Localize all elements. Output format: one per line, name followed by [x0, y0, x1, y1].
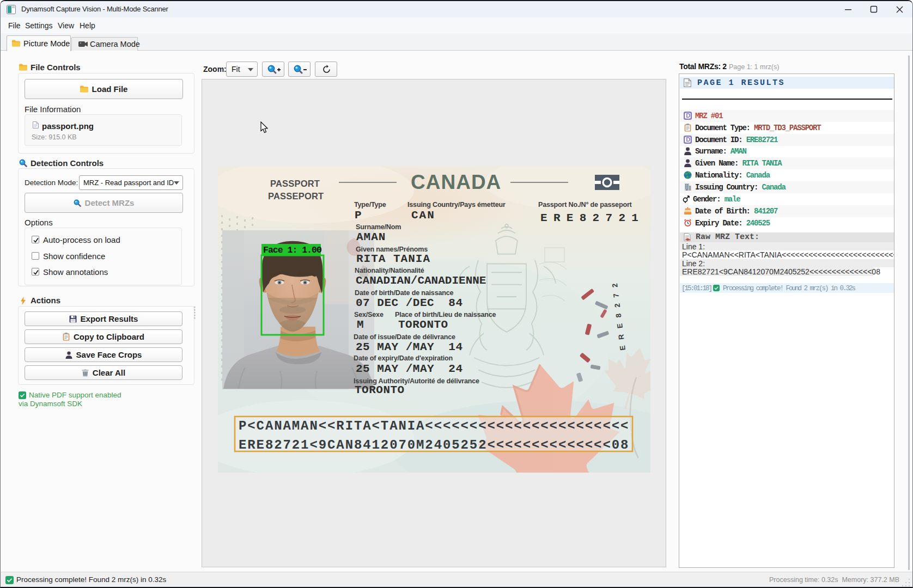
- svg-text:PASSEPORT: PASSEPORT: [268, 191, 324, 201]
- svg-text:Surname/Nom: Surname/Nom: [356, 223, 401, 231]
- svg-text:Place of birth/Lieu de naissan: Place of birth/Lieu de naissance: [395, 311, 496, 318]
- svg-text:M: M: [357, 318, 364, 331]
- svg-text:ERE82721<9CAN8412070M2405252<<: ERE82721<9CAN8412070M2405252<<<<<<<<<<<<…: [239, 438, 629, 452]
- svg-text:Sex/Sexe: Sex/Sexe: [354, 311, 384, 318]
- svg-text:Issuing Country/Pays émetteur: Issuing Country/Pays émetteur: [407, 201, 506, 209]
- svg-text:P: P: [355, 209, 362, 222]
- svg-text:Face 1: 1.00: Face 1: 1.00: [263, 245, 321, 255]
- svg-text:TORONTO: TORONTO: [355, 384, 405, 396]
- svg-text:CAN: CAN: [411, 209, 435, 222]
- svg-text:25 MAY /MAY 14: 25 MAY /MAY 14: [356, 341, 463, 353]
- svg-text:07 DEC /DEC 84: 07 DEC /DEC 84: [356, 297, 463, 309]
- svg-text:P<CANAMAN<<RITA<TANIA<<<<<<<<<: P<CANAMAN<<RITA<TANIA<<<<<<<<<<<<<<<<<<<…: [239, 419, 629, 433]
- svg-text:RITA TANIA: RITA TANIA: [356, 253, 430, 265]
- svg-text:CANADIAN/CANADIENNE: CANADIAN/CANADIENNE: [356, 274, 486, 287]
- svg-text:Given names/Prénoms: Given names/Prénoms: [356, 246, 428, 253]
- svg-text:PASSPORT: PASSPORT: [270, 179, 320, 188]
- svg-text:AMAN: AMAN: [356, 231, 386, 243]
- svg-text:Date of expiry/Date d'expirati: Date of expiry/Date d'expiration: [354, 354, 453, 362]
- svg-text:TORONTO: TORONTO: [398, 318, 448, 331]
- svg-text:Passport No./N° de passeport: Passport No./N° de passeport: [538, 201, 632, 209]
- svg-text:ERE82721: ERE82721: [540, 212, 644, 224]
- svg-text:Date of issue/Date de délivran: Date of issue/Date de délivrance: [354, 333, 455, 341]
- svg-text:Type/Type: Type/Type: [354, 201, 386, 209]
- svg-text:Nationality/Nationalité: Nationality/Nationalité: [355, 267, 424, 274]
- svg-text:25 MAY /MAY 24: 25 MAY /MAY 24: [356, 363, 463, 375]
- svg-text:Date of birth/Date de naissanc: Date of birth/Date de naissance: [355, 289, 454, 297]
- svg-text:CANADA: CANADA: [411, 171, 501, 193]
